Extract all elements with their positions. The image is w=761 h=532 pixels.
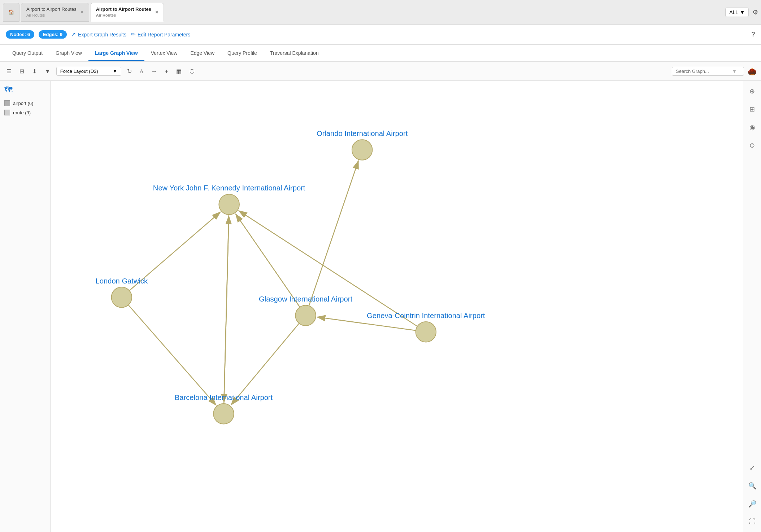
toolbar-filter-down-icon[interactable]: ⬇ (30, 66, 39, 76)
help-button[interactable]: ? (751, 31, 755, 38)
grid-button[interactable]: ⊞ (747, 103, 757, 115)
tree-icon[interactable]: ⑃ (138, 67, 145, 76)
layout-label: Force Layout (D3) (60, 69, 98, 74)
toolbar-grid-icon[interactable]: ⊞ (17, 66, 26, 76)
tab-active-title: Airport to Airport Routes (96, 6, 151, 13)
main-content: 🗺 airport (6) route (9) New York John F.… (0, 81, 761, 532)
sidebar: 🗺 airport (6) route (9) (0, 81, 51, 532)
tab-query-output[interactable]: Query Output (6, 46, 49, 61)
edit-report-button[interactable]: ✏ Edit Report Parameters (131, 31, 190, 38)
right-panel: ⊕ ⊞ ◉ ⊜ ⤢ 🔍 🔎 ⛶ (743, 81, 761, 532)
tab-active[interactable]: Airport to Airport Routes Air Routes ✕ (91, 3, 164, 22)
toolbar-funnel-icon[interactable]: ▼ (43, 67, 53, 76)
edit-icon: ✏ (131, 31, 135, 38)
airport-node[interactable]: Geneva-Cointrin International Airport (367, 312, 485, 342)
legend-airport: airport (6) (4, 100, 46, 106)
toolbar: ☰ ⊞ ⬇ ▼ Force Layout (D3) ▼ ↻ ⑃ → + ▦ ⬡ … (0, 62, 761, 81)
edge-line (309, 161, 358, 306)
svg-point-5 (416, 322, 436, 342)
airport-label: Orlando International Airport (317, 129, 408, 137)
edge-line (128, 305, 216, 405)
plus-icon[interactable]: + (163, 67, 170, 76)
airport-node[interactable]: Orlando International Airport (317, 129, 408, 160)
airport-label: Glasgow International Airport (259, 295, 352, 303)
map-icon: 🗺 (4, 85, 46, 94)
settings-button[interactable]: ⚙ (752, 8, 758, 16)
svg-point-2 (352, 140, 373, 160)
tab-active-close[interactable]: ✕ (155, 10, 158, 15)
tab-inactive-subtitle: Air Routes (26, 13, 77, 18)
toolbar-menu-icon[interactable]: ☰ (4, 66, 14, 76)
edge-line (231, 323, 299, 405)
legend-airport-label: airport (6) (13, 101, 33, 106)
svg-point-6 (213, 404, 234, 424)
tab-active-subtitle: Air Routes (96, 13, 151, 18)
edge-line (224, 215, 229, 402)
edit-label: Edit Report Parameters (138, 32, 190, 38)
tab-inactive-title: Airport to Airport Routes (26, 6, 77, 13)
all-label: ALL (729, 9, 738, 15)
export-button[interactable]: ↗ Export Graph Results (71, 31, 126, 38)
airport-label: New York John F. Kennedy International A… (153, 184, 305, 192)
tab-edge-view[interactable]: Edge View (184, 46, 221, 61)
airport-label: Barcelona International Airport (175, 393, 273, 401)
export-graph-icon[interactable]: ⬡ (187, 66, 197, 76)
tab-traversal-explanation[interactable]: Traversal Explanation (264, 46, 325, 61)
legend-route-color (4, 110, 10, 115)
legend-airport-color (4, 100, 10, 106)
layout-dropdown[interactable]: Force Layout (D3) ▼ (56, 67, 121, 76)
export-label: Export Graph Results (78, 32, 126, 38)
edge-line (239, 211, 417, 326)
nodes-badge: Nodes: 6 (6, 30, 34, 39)
airport-node[interactable]: Glasgow International Airport (259, 295, 352, 326)
legend-route: route (9) (4, 110, 46, 115)
legend-route-label: route (9) (13, 110, 31, 115)
all-chevron-icon: ▼ (740, 9, 745, 15)
graph-area[interactable]: New York John F. Kennedy International A… (51, 81, 743, 532)
search-chevron-icon[interactable]: ▼ (732, 69, 737, 74)
edges-badge: Edges: 9 (39, 30, 67, 39)
svg-point-1 (219, 194, 239, 215)
layout-chevron-icon: ▼ (113, 69, 117, 74)
edge-line (236, 214, 300, 307)
svg-point-4 (295, 305, 316, 326)
tab-inactive-close[interactable]: ✕ (80, 10, 84, 15)
crosshair-button[interactable]: ⊕ (747, 85, 757, 97)
refresh-button[interactable]: ↻ (125, 66, 134, 76)
search-graph-input[interactable] (676, 69, 730, 74)
home-icon: 🏠 (8, 9, 14, 15)
graph-svg: New York John F. Kennedy International A… (51, 81, 743, 532)
airport-node[interactable]: London Gatwick (96, 277, 148, 308)
svg-point-3 (112, 287, 132, 308)
airport-label: London Gatwick (96, 277, 148, 285)
zoom-out-button[interactable]: 🔎 (746, 498, 758, 510)
tab-large-graph-view[interactable]: Large Graph View (88, 46, 144, 61)
fullscreen-button[interactable]: ⛶ (747, 516, 758, 528)
tab-bar-right: ALL ▼ ⚙ (725, 8, 758, 17)
sliders-button[interactable]: ⊜ (747, 139, 757, 151)
tab-bar: 🏠 Airport to Airport Routes Air Routes ✕… (0, 0, 761, 25)
zoom-in-button[interactable]: 🔍 (746, 480, 758, 492)
palette-button[interactable]: ◉ (747, 121, 757, 133)
action-bar: Nodes: 6 Edges: 9 ↗ Export Graph Results… (0, 25, 761, 45)
all-dropdown[interactable]: ALL ▼ (725, 8, 749, 17)
tab-vertex-view[interactable]: Vertex View (144, 46, 184, 61)
airport-label: Geneva-Cointrin International Airport (367, 312, 485, 320)
tab-query-profile[interactable]: Query Profile (221, 46, 264, 61)
airport-node[interactable]: Barcelona International Airport (175, 393, 273, 424)
tab-graph-view[interactable]: Graph View (49, 46, 88, 61)
search-graph-container: ▼ (672, 67, 744, 76)
expand-button[interactable]: ⤢ (747, 462, 757, 474)
delete-icon[interactable]: ▦ (174, 66, 184, 76)
arrow-icon[interactable]: → (149, 67, 159, 76)
tab-inactive[interactable]: Airport to Airport Routes Air Routes ✕ (21, 3, 89, 22)
export-icon: ↗ (71, 31, 76, 38)
acorn-icon: 🌰 (748, 67, 757, 76)
airport-node[interactable]: New York John F. Kennedy International A… (153, 184, 305, 215)
tab-home[interactable]: 🏠 (3, 3, 19, 22)
nav-tabs: Query Output Graph View Large Graph View… (0, 45, 761, 62)
